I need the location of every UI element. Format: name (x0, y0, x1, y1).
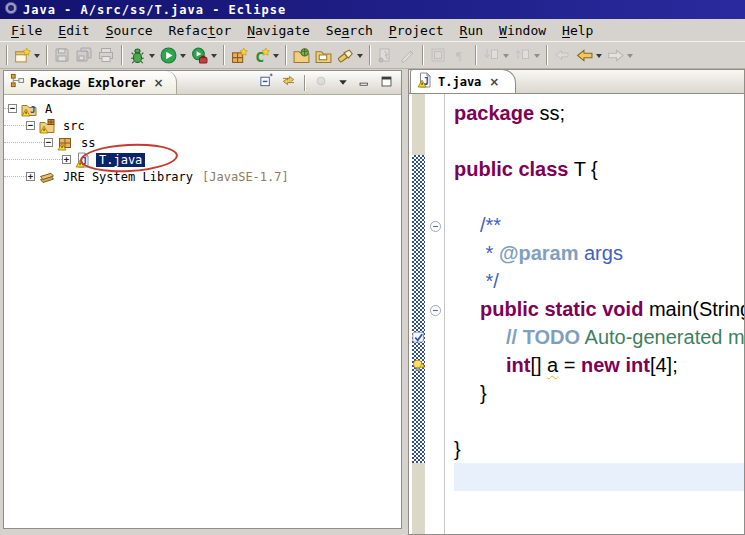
tree-item-tjava[interactable]: +JT.java (4, 151, 401, 168)
last-edit-location-icon (553, 46, 571, 64)
new-button[interactable] (11, 43, 42, 67)
code-line-10[interactable]: int[] a = new int[4]; (454, 351, 744, 379)
tree-expander-icon[interactable]: + (62, 155, 71, 164)
new-java-project-button[interactable] (228, 43, 250, 67)
tree-item-src[interactable]: −src (4, 117, 401, 134)
ruler-cell (412, 183, 425, 211)
open-resource-button[interactable] (312, 43, 334, 67)
code-token: /** (480, 214, 501, 236)
code-line-13[interactable]: } (454, 435, 744, 463)
task-marker-icon[interactable] (412, 330, 425, 344)
print-button (95, 43, 117, 67)
code-token: ss; (534, 102, 565, 124)
code-line-9[interactable]: // TODO Auto-generated method stub (454, 323, 744, 351)
code-line-5[interactable]: /** (454, 211, 744, 239)
open-type-icon (292, 46, 310, 64)
ruler-cell (412, 463, 425, 491)
ruler-cell (412, 267, 425, 295)
editor-body: package ss;public class T {/** * @param … (408, 94, 745, 535)
tree-item-jre[interactable]: +JRE System Library[JavaSE-1.7] (4, 168, 401, 185)
code-line-2[interactable] (454, 127, 744, 155)
debug-button[interactable] (126, 43, 157, 67)
menu-item-run[interactable]: Run (452, 21, 491, 40)
code-line-7[interactable]: */ (454, 267, 744, 295)
code-line-11[interactable]: } (454, 379, 744, 407)
fold-cell (427, 99, 444, 127)
toolbar-separator (304, 75, 305, 91)
tree-indent (4, 125, 26, 126)
fold-collapse-icon[interactable] (429, 302, 442, 321)
back-icon (575, 46, 593, 64)
forward-icon (606, 46, 624, 64)
toolbar-separator (46, 45, 47, 65)
close-icon[interactable]: × (154, 76, 164, 90)
tree-item-ss[interactable]: −ss (4, 134, 401, 151)
code-line-14[interactable] (454, 463, 744, 491)
folding-bar[interactable] (427, 94, 445, 534)
dropdown-arrow-icon[interactable] (211, 54, 217, 61)
title-bar[interactable]: Java - A/src/ss/T.java - Eclipse (0, 0, 745, 19)
dropdown-arrow-icon[interactable] (596, 54, 602, 61)
menu-item-window[interactable]: Window (491, 21, 554, 40)
dropdown-arrow-icon[interactable] (357, 54, 363, 61)
code-area[interactable]: package ss;public class T {/** * @param … (445, 94, 744, 534)
tree-expander-icon[interactable]: − (8, 104, 17, 113)
code-line-6[interactable]: * @param args (454, 239, 744, 267)
menu-item-source[interactable]: Source (98, 21, 161, 40)
code-token: } (454, 438, 461, 460)
toolbar-separator (6, 45, 7, 65)
menu-item-refactor[interactable]: Refactor (161, 21, 240, 40)
tree-expander-icon[interactable]: − (44, 138, 53, 147)
menu-item-project[interactable]: Project (381, 21, 452, 40)
code-line-4[interactable] (454, 183, 744, 211)
coverage-button (374, 43, 396, 67)
maximize-button[interactable] (377, 74, 396, 92)
menu-item-navigate[interactable]: Navigate (239, 21, 318, 40)
run-button[interactable] (157, 43, 188, 67)
collapse-all-button[interactable] (257, 74, 276, 92)
code-token: args (578, 242, 622, 264)
back-button[interactable] (573, 43, 604, 67)
search-button[interactable] (334, 43, 365, 67)
dropdown-arrow-icon[interactable] (180, 54, 186, 61)
link-with-editor-button[interactable] (279, 74, 298, 92)
dropdown-arrow-icon[interactable] (34, 54, 40, 61)
menu-item-search[interactable]: Search (318, 21, 381, 40)
dropdown-arrow-icon[interactable] (273, 54, 279, 61)
warning-marker-icon[interactable] (412, 358, 425, 372)
toolbar-separator (121, 45, 122, 65)
fold-cell (427, 127, 444, 155)
annotation-ruler[interactable] (412, 94, 425, 534)
fold-collapse-icon[interactable] (429, 218, 442, 237)
print-icon (97, 46, 115, 64)
save-button (51, 43, 73, 67)
code-line-8[interactable]: public static void main(String (454, 295, 744, 323)
code-line-1[interactable]: package ss; (454, 99, 744, 127)
menu-item-edit[interactable]: Edit (50, 21, 97, 40)
search-icon (336, 46, 354, 64)
code-token: T { (569, 158, 598, 180)
toolbar-separator (285, 45, 286, 65)
external-tools-icon (190, 46, 208, 64)
package-explorer-icon (10, 73, 25, 92)
ruler-cell (412, 435, 425, 463)
external-tools-button[interactable] (188, 43, 219, 67)
minimize-button[interactable] (355, 74, 374, 92)
close-icon[interactable]: × (489, 75, 499, 89)
ruler-cell (412, 323, 425, 351)
tree-expander-icon[interactable]: + (26, 172, 35, 181)
tree-item-project-a[interactable]: −JA (4, 100, 401, 117)
dropdown-arrow-icon[interactable] (149, 54, 155, 61)
open-type-button[interactable] (290, 43, 312, 67)
code-line-3[interactable]: public class T { (454, 155, 744, 183)
menu-item-file[interactable]: File (3, 21, 50, 40)
editor-tab-tjava[interactable]: J T.java × (410, 69, 516, 93)
menu-item-help[interactable]: Help (554, 21, 601, 40)
code-line-12[interactable] (454, 407, 744, 435)
new-java-class-button[interactable]: C (250, 43, 281, 67)
tree-expander-icon[interactable]: − (26, 121, 35, 130)
main-toolbar: C¶ (0, 41, 745, 69)
package-explorer-tab[interactable]: Package Explorer × (4, 71, 177, 94)
view-menu-button[interactable] (333, 74, 352, 92)
forward-button (604, 43, 635, 67)
